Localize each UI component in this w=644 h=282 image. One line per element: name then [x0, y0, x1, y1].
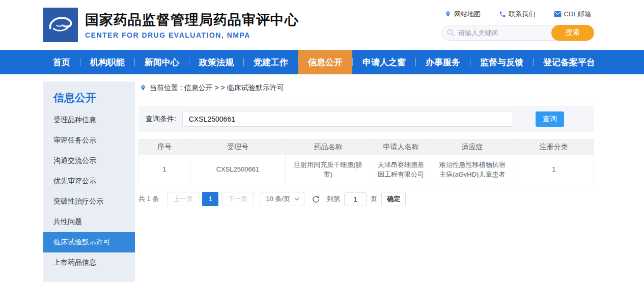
pagination: 共 1 条 上一页 1 下一页 10 条/页 到第 页 确定	[138, 192, 594, 206]
map-pin-icon	[444, 11, 452, 18]
main-nav: 首页 机构职能 新闻中心 政策法规 党建工作 信息公开 申请人之窗 办事服务 监…	[0, 50, 644, 74]
nav-item-services[interactable]: 办事服务	[416, 50, 470, 74]
column-header-drug-name: 药品名称	[285, 139, 371, 155]
table-header-row: 序号 受理号 药品名称 申请人名称 适应症 注册分类	[139, 139, 594, 155]
refresh-icon	[312, 195, 320, 204]
page-number-1[interactable]: 1	[202, 192, 218, 206]
column-header-acceptance-no: 受理号	[190, 139, 286, 155]
site-title: 国家药品监督管理局药品审评中心	[85, 11, 299, 29]
phone-icon	[499, 11, 506, 18]
sidebar-item-marketed-drugs[interactable]: 上市药品信息	[43, 252, 135, 273]
goto-prefix-label: 到第	[327, 194, 340, 204]
chevron-down-icon	[294, 198, 299, 201]
sidebar-item-accepted-varieties[interactable]: 受理品种信息	[43, 110, 135, 130]
column-header-index: 序号	[139, 139, 190, 155]
sidebar: 信息公开 受理品种信息 审评任务公示 沟通交流公示 优先审评公示 突破性治疗公示…	[43, 81, 135, 282]
next-page-button[interactable]: 下一页	[221, 192, 254, 206]
nav-item-news[interactable]: 新闻中心	[135, 50, 189, 74]
column-header-indication: 适应症	[431, 139, 514, 155]
quick-link-label: 联系我们	[509, 10, 535, 19]
sidebar-item-clinical-trial-license[interactable]: 临床试验默示许可	[43, 232, 135, 252]
sidebar-item-communication[interactable]: 沟通交流公示	[43, 151, 135, 171]
cell-registration-class: 1	[514, 155, 594, 184]
nav-item-functions[interactable]: 机构职能	[80, 50, 134, 74]
search-icon	[446, 29, 455, 37]
query-button[interactable]: 查询	[536, 111, 564, 127]
cell-applicant: 天津昂赛细胞基因工程有限公司	[371, 155, 431, 184]
table-row: 1 CXSL2500661 注射用间充质干细胞(脐带) 天津昂赛细胞基因工程有限…	[139, 155, 594, 184]
cell-acceptance-no: CXSL2500661	[190, 155, 286, 184]
column-header-applicant: 申请人名称	[371, 139, 431, 155]
cde-logo-icon	[43, 8, 78, 42]
cell-index: 1	[139, 155, 190, 184]
site-search: 搜索	[441, 25, 594, 41]
location-pin-icon	[139, 84, 147, 92]
query-input[interactable]	[182, 111, 513, 127]
page-content: 信息公开 受理品种信息 审评任务公示 沟通交流公示 优先审评公示 突破性治疗公示…	[0, 74, 644, 282]
sidebar-item-breakthrough-therapy[interactable]: 突破性治疗公示	[43, 191, 135, 212]
nav-item-info-disclosure[interactable]: 信息公开	[298, 50, 352, 74]
quick-links: 网站地图 联系我们 CDE邮箱	[441, 10, 594, 19]
pagination-total: 共 1 条	[138, 194, 159, 204]
query-panel: 查询条件: 查询	[138, 106, 594, 132]
quick-link-contact[interactable]: 联系我们	[499, 10, 535, 19]
cell-indication: 难治性急性移植物抗宿主病(aGvHD)儿童患者	[431, 155, 514, 184]
goto-page-input[interactable]	[344, 192, 367, 206]
site-brand[interactable]: 国家药品监督管理局药品审评中心 CENTER FOR DRUG EVALUATI…	[43, 8, 299, 42]
nav-item-registration-platform[interactable]: 登记备案平台	[534, 50, 605, 74]
site-search-button[interactable]: 搜索	[551, 25, 594, 41]
sidebar-title: 信息公开	[43, 90, 135, 110]
brand-text: 国家药品监督管理局药品审评中心 CENTER FOR DRUG EVALUATI…	[85, 11, 299, 39]
main-panel: 当前位置 : 信息公开 > > 临床试验默示许可 查询条件: 查询 序号 受理号…	[138, 81, 594, 282]
breadcrumb: 当前位置 : 信息公开 > > 临床试验默示许可	[138, 81, 594, 99]
nav-item-policies[interactable]: 政策法规	[189, 50, 243, 74]
site-subtitle: CENTER FOR DRUG EVALUATION, NMPA	[85, 31, 299, 39]
sidebar-item-priority-review[interactable]: 优先审评公示	[43, 171, 135, 191]
nav-item-home[interactable]: 首页	[43, 50, 80, 74]
breadcrumb-text: 当前位置 : 信息公开 > > 临床试验默示许可	[150, 83, 284, 93]
header-right: 网站地图 联系我们 CDE邮箱 搜索	[441, 10, 594, 41]
cell-drug-name: 注射用间充质干细胞(脐带)	[285, 155, 371, 184]
nav-item-supervision-feedback[interactable]: 监督与反馈	[470, 50, 533, 74]
quick-link-mail[interactable]: CDE邮箱	[554, 10, 591, 19]
prev-page-button[interactable]: 上一页	[167, 192, 199, 206]
nav-item-party-building[interactable]: 党建工作	[244, 50, 298, 74]
refresh-button[interactable]	[312, 195, 320, 204]
mail-icon	[554, 11, 562, 17]
confirm-button[interactable]: 确定	[381, 192, 406, 206]
query-label: 查询条件:	[146, 115, 176, 124]
page-size-select[interactable]: 10 条/页	[261, 192, 304, 206]
quick-link-sitemap[interactable]: 网站地图	[444, 10, 481, 19]
sidebar-item-review-tasks[interactable]: 审评任务公示	[43, 130, 135, 151]
sidebar-item-common-issues[interactable]: 共性问题	[43, 212, 135, 232]
results-table: 序号 受理号 药品名称 申请人名称 适应症 注册分类 1 CXSL2500661…	[138, 139, 594, 184]
goto-suffix-label: 页	[371, 194, 377, 204]
quick-link-label: CDE邮箱	[564, 10, 591, 19]
page-size-value: 10 条/页	[266, 194, 290, 204]
column-header-registration-class: 注册分类	[514, 139, 594, 155]
site-header: 国家药品监督管理局药品审评中心 CENTER FOR DRUG EVALUATI…	[0, 0, 644, 50]
nav-item-applicant-window[interactable]: 申请人之窗	[353, 50, 415, 74]
quick-link-label: 网站地图	[454, 10, 481, 19]
